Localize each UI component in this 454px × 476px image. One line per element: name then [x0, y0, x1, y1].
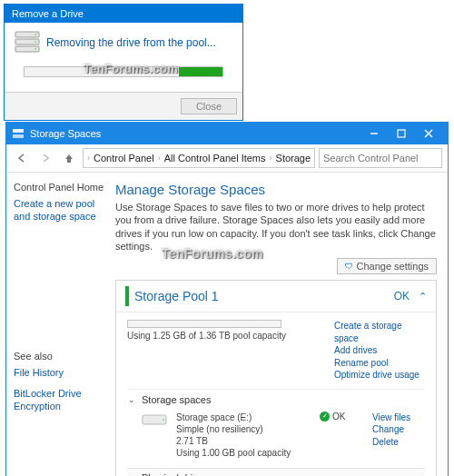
view-files-link[interactable]: View files	[372, 412, 425, 424]
minimize-button[interactable]	[360, 124, 388, 144]
chevron-up-icon[interactable]: ⌃	[419, 291, 427, 302]
control-panel-home-link[interactable]: Control Panel Home	[14, 182, 104, 193]
svg-point-13	[163, 419, 164, 421]
main-content: Manage Storage Spaces Use Storage Spaces…	[112, 173, 448, 476]
dialog-title: Remove a Drive	[12, 8, 84, 19]
bitlocker-link[interactable]: BitLocker Drive Encryption	[14, 388, 104, 413]
toolbar: › Control Panel › All Control Panel Item…	[6, 144, 448, 173]
create-pool-link[interactable]: Create a new pool and storage space	[14, 198, 104, 223]
progress-bar	[24, 66, 223, 77]
window-titlebar[interactable]: Storage Spaces	[6, 123, 448, 144]
storage-space-status: ✓ OK	[320, 412, 363, 459]
sidebar: Control Panel Home Create a new pool and…	[6, 173, 112, 476]
svg-rect-6	[13, 129, 24, 133]
close-button[interactable]: Close	[181, 98, 237, 114]
see-also-label: See also	[14, 351, 104, 362]
svg-rect-9	[398, 130, 405, 137]
window-title: Storage Spaces	[30, 128, 355, 139]
breadcrumb-seg[interactable]: Storage Spaces	[276, 153, 315, 164]
pool-header[interactable]: Storage Pool 1 OK ⌃	[116, 281, 436, 312]
svg-point-3	[35, 34, 36, 35]
back-button[interactable]	[12, 148, 32, 168]
close-window-button[interactable]	[415, 124, 442, 144]
chevron-down-icon: ⌄	[127, 395, 136, 404]
page-description: Use Storage Spaces to save files to two …	[115, 201, 437, 253]
file-history-link[interactable]: File History	[14, 367, 104, 380]
optimize-link[interactable]: Optimize drive usage	[334, 369, 425, 382]
section-label: Storage spaces	[142, 394, 211, 405]
search-input[interactable]	[323, 153, 438, 164]
storage-space-info: Storage space (E:) Simple (no resiliency…	[176, 412, 311, 459]
svg-point-5	[35, 48, 36, 50]
storage-spaces-window: Storage Spaces › Control Panel › All Con…	[5, 122, 449, 476]
change-link[interactable]: Change	[372, 423, 425, 436]
change-settings-label: Change settings	[357, 261, 429, 272]
section-storage-spaces[interactable]: ⌄ Storage spaces	[127, 389, 425, 408]
add-drives-link[interactable]: Add drives	[334, 344, 425, 357]
forward-button[interactable]	[35, 148, 55, 168]
chevron-right-icon: ›	[158, 154, 161, 163]
storage-space-row: Storage space (E:) Simple (no resiliency…	[127, 408, 425, 466]
svg-point-4	[35, 41, 36, 43]
section-label: Physical drives	[142, 472, 208, 476]
pool-status-bar	[125, 286, 129, 306]
dialog-titlebar[interactable]: Remove a Drive	[5, 5, 242, 23]
breadcrumb[interactable]: › Control Panel › All Control Panel Item…	[83, 148, 315, 168]
remove-drive-dialog: Remove a Drive Removing the drive from t…	[4, 4, 243, 121]
check-icon: ✓	[320, 412, 330, 421]
pool-usage-text: Using 1.25 GB of 1.36 TB pool capacity	[127, 331, 323, 341]
window-icon	[12, 128, 25, 139]
dialog-message: Removing the drive from the pool...	[46, 36, 216, 49]
drive-stack-icon	[14, 30, 41, 55]
breadcrumb-seg[interactable]: All Control Panel Items	[164, 153, 266, 164]
delete-link[interactable]: Delete	[372, 436, 425, 449]
section-physical-drives[interactable]: ⌄ Physical drives	[127, 468, 425, 476]
shield-icon: 🛡	[345, 262, 353, 271]
chevron-right-icon: ›	[87, 154, 90, 163]
pool-status: OK	[394, 290, 410, 302]
breadcrumb-seg[interactable]: Control Panel	[94, 153, 154, 164]
chevron-right-icon: ›	[270, 154, 272, 163]
rename-pool-link[interactable]: Rename pool	[334, 357, 425, 370]
maximize-button[interactable]	[388, 124, 415, 144]
up-button[interactable]	[59, 148, 79, 168]
pool-usage-bar	[127, 320, 281, 328]
change-settings-button[interactable]: 🛡 Change settings	[337, 258, 438, 274]
storage-pool-panel: Storage Pool 1 OK ⌃ Using 1.25 GB of 1.3…	[115, 280, 437, 476]
drive-icon	[142, 412, 167, 459]
create-space-link[interactable]: Create a storage space	[334, 320, 425, 344]
svg-rect-7	[13, 134, 24, 138]
page-heading: Manage Storage Spaces	[115, 182, 437, 197]
pool-name: Storage Pool 1	[134, 289, 389, 303]
search-box[interactable]	[319, 148, 442, 168]
